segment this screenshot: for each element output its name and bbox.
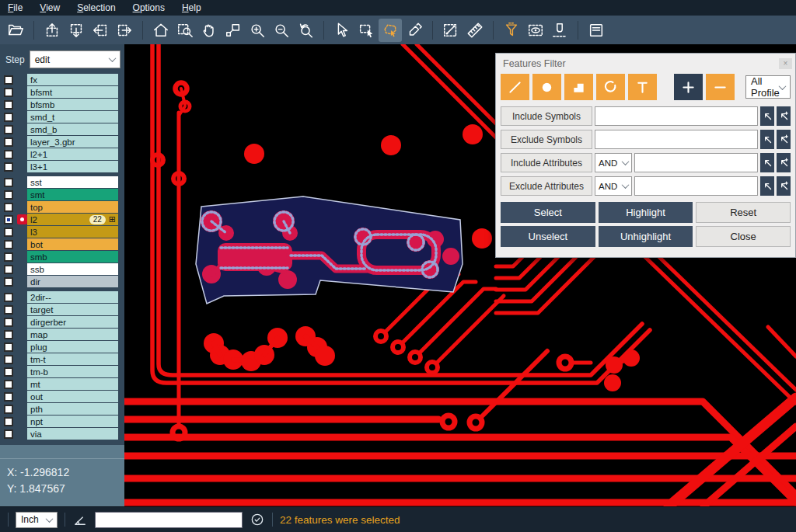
layer-row-plug[interactable]: plug [0,341,124,353]
layer-visibility-checkbox[interactable] [4,429,13,439]
layer-row-l3[interactable]: l3 [0,226,124,238]
layer-visibility-checkbox[interactable] [4,137,13,147]
layer-visibility-checkbox[interactable] [4,88,13,97]
layer-name[interactable]: top [27,201,118,213]
layer-name[interactable]: tm-b [27,366,118,377]
command-input[interactable] [95,512,243,528]
layer-name[interactable]: npt [27,416,118,427]
layer-visibility-checkbox[interactable] [4,367,13,377]
filter-label-button[interactable]: Exclude Attributes [501,176,592,196]
select-arrow-button[interactable] [330,19,354,42]
layer-visibility-checkbox[interactable] [4,277,13,287]
layer-row-sst[interactable]: sst [0,176,124,188]
layer-name[interactable]: out [27,391,118,402]
menu-item-options[interactable]: Options [133,2,165,13]
layer-visibility-checkbox[interactable] [4,392,13,402]
layer-row-tm-b[interactable]: tm-b [0,366,124,377]
filter-label-button[interactable]: Include Attributes [501,153,592,172]
layer-row-tm-t[interactable]: tm-t [0,353,124,365]
layer-name[interactable]: smd_b [27,123,118,135]
layer-name[interactable]: 2dir-- [27,291,118,303]
layer-visibility-checkbox[interactable] [4,252,13,262]
negative-mode-button[interactable] [706,74,735,100]
filter-arcs-button[interactable] [596,74,625,100]
pick-from-canvas-button[interactable] [760,153,774,172]
pick-add-from-canvas-button[interactable] [777,106,791,126]
highlight-button[interactable]: Highlight [599,202,693,223]
layer-name[interactable]: smt [27,189,118,200]
layer-name[interactable]: l222⊞ [27,214,118,225]
layer-name[interactable]: pth [27,403,118,415]
home-view-button[interactable] [149,19,173,42]
filter-label-button[interactable]: Include Symbols [501,106,592,126]
pick-add-from-canvas-button[interactable] [777,153,791,172]
unit-select[interactable]: Inch [16,512,58,528]
layer-visibility-checkbox[interactable] [4,240,13,249]
angle-mode-icon[interactable] [72,512,88,527]
layer-row-smd_t[interactable]: smd_t [0,111,124,123]
layer-visibility-checkbox[interactable] [4,75,13,85]
filter-lines-button[interactable] [501,74,529,100]
zoom-out-button[interactable] [270,19,293,42]
layer-name[interactable]: mt [27,378,118,390]
open-file-button[interactable] [4,19,27,42]
layer-visibility-checkbox[interactable] [4,265,13,274]
layer-row-layer_3.gbr[interactable]: layer_3.gbr [0,136,124,148]
layer-visibility-checkbox[interactable] [4,190,13,200]
layer-row-out[interactable]: out [0,391,124,402]
zoom-two-points-button[interactable] [222,19,245,42]
menu-item-file[interactable]: File [8,2,23,13]
layer-name[interactable]: map [27,329,118,340]
layer-row-smb[interactable]: smb [0,251,124,263]
layer-row-fx[interactable]: fx [0,74,124,85]
layer-name[interactable]: ssb [27,263,118,275]
positive-mode-button[interactable] [674,74,703,100]
layer-visibility-checkbox[interactable] [4,318,13,327]
pan-left-button[interactable] [89,19,112,42]
layer-row-map[interactable]: map [0,329,124,340]
layer-visibility-checkbox[interactable] [4,162,13,172]
layer-name[interactable]: bfsmt [27,86,118,98]
layer-row-smt[interactable]: smt [0,189,124,200]
layer-row-pth[interactable]: pth [0,403,124,415]
zoom-previous-button[interactable] [294,19,317,42]
layer-name[interactable]: layer_3.gbr [27,136,118,148]
pan-up-button[interactable] [40,19,64,42]
zoom-in-button[interactable] [246,19,269,42]
layer-row-l3+1[interactable]: l3+1 [0,161,124,172]
filter-value-input[interactable] [595,106,758,126]
layer-row-dir[interactable]: dir [0,276,124,287]
ruler-button[interactable] [463,19,487,42]
sync-status-icon[interactable] [250,512,265,527]
layer-visibility-checkbox[interactable] [4,293,13,302]
filter-pads-button[interactable] [532,74,561,100]
layer-row-target[interactable]: target [0,304,124,315]
pick-from-canvas-button[interactable] [760,176,774,196]
select-button[interactable]: Select [501,202,595,223]
menu-item-help[interactable]: Help [182,2,201,13]
layer-visibility-checkbox[interactable] [4,355,13,364]
zoom-window-button[interactable] [173,19,197,42]
pick-add-from-canvas-button[interactable] [777,130,791,149]
filter-value-input[interactable] [634,176,758,196]
grid-icon[interactable]: ⊞ [109,215,116,224]
view-options-button[interactable] [524,19,547,42]
layer-name[interactable]: dirgerber [27,316,118,328]
layer-row-via[interactable]: via [0,428,124,440]
layer-visibility-checkbox[interactable] [4,228,13,237]
close-icon[interactable]: × [779,58,792,69]
layer-name[interactable]: fx [27,74,118,85]
select-polygon-button[interactable] [379,19,402,42]
select-rectangle-button[interactable] [354,19,378,42]
dialog-titlebar[interactable]: Features Filter × [496,54,795,73]
layer-name[interactable]: l2+1 [27,148,118,160]
layer-name[interactable]: target [27,304,118,315]
layer-row-ssb[interactable]: ssb [0,263,124,275]
layer-visibility-checkbox[interactable] [4,417,13,426]
layer-visibility-checkbox[interactable] [4,125,13,134]
layer-visibility-checkbox[interactable] [4,113,13,122]
layer-visibility-checkbox[interactable] [4,305,13,315]
layer-visibility-checkbox[interactable] [4,342,13,352]
menu-item-selection[interactable]: Selection [77,2,115,13]
layer-name[interactable]: plug [27,341,118,353]
